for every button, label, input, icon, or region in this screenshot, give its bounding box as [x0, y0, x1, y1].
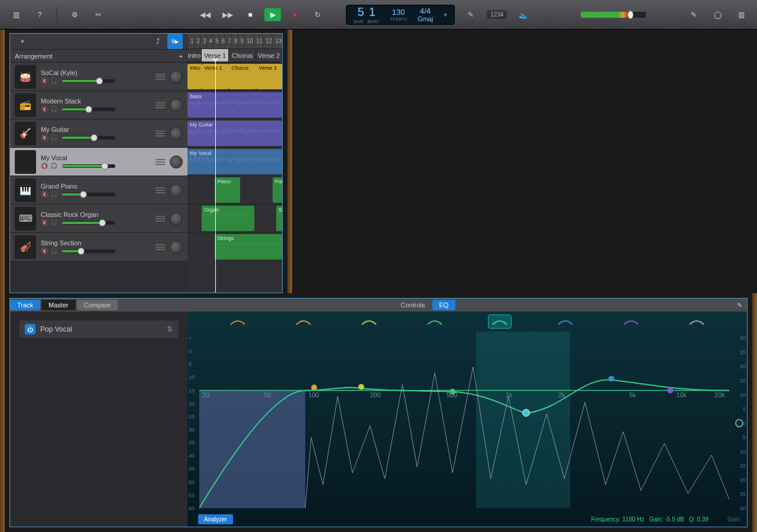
metronome-button[interactable]: 👟: [515, 7, 530, 22]
headphones-icon[interactable]: 🎧: [50, 163, 57, 169]
track-lane[interactable]: OrganSynths: [187, 204, 282, 232]
settings-gear-icon[interactable]: ⚙: [67, 7, 82, 22]
mute-icon[interactable]: 🔇: [41, 248, 48, 254]
region[interactable]: Synths: [276, 206, 282, 231]
region[interactable]: Chorus: [229, 64, 256, 89]
track-volume-slider[interactable]: [62, 193, 115, 196]
headphones-icon[interactable]: 🎧: [50, 219, 57, 226]
mute-icon[interactable]: 🔇: [41, 106, 48, 112]
track-pan-knob[interactable]: [170, 241, 183, 254]
track-lane[interactable]: IntroVerse 1ChorusVerse 2: [187, 62, 282, 90]
track-volume-slider[interactable]: [62, 136, 115, 140]
track-row[interactable]: 🥁SoCal (Kyle)🔇🎧: [10, 62, 187, 90]
tab-compare[interactable]: Compare: [77, 300, 118, 310]
edit-icon[interactable]: ✎: [732, 297, 747, 313]
eq-display[interactable]: +051015202530354045505560 30252015105051…: [187, 312, 747, 527]
headphones-icon[interactable]: 🎧: [50, 191, 57, 197]
record-button[interactable]: ●: [287, 8, 303, 21]
eq-band-button[interactable]: [357, 314, 381, 329]
timeline[interactable]: 12345678910111213 IntroVerse 1ChorusVers…: [187, 34, 282, 293]
playhead[interactable]: [215, 62, 216, 293]
track-volume-slider[interactable]: [62, 108, 115, 111]
eq-gain-handle[interactable]: [735, 419, 743, 427]
ruler-tick[interactable]: 5: [212, 34, 219, 48]
region[interactable]: Organ: [202, 206, 254, 231]
ruler-tick[interactable]: 4: [206, 34, 213, 48]
track-row[interactable]: 🎹Grand Piano🔇🎧: [10, 176, 187, 204]
eq-band-button[interactable]: [488, 314, 512, 329]
track-row[interactable]: 🎙My Vocal🔇🎧: [10, 147, 187, 176]
lcd-sig[interactable]: 4/4: [420, 7, 431, 15]
mute-icon[interactable]: 🔇: [41, 163, 48, 169]
track-row[interactable]: ⌨Classic Rock Organ🔇🎧: [10, 204, 187, 232]
stop-button[interactable]: ■: [242, 8, 258, 21]
tab-eq[interactable]: EQ: [432, 300, 456, 310]
track-pan-knob[interactable]: [170, 127, 183, 140]
region[interactable]: My Guitar: [187, 121, 282, 146]
arrangement-markers[interactable]: IntroVerse 1ChorusVerse 2: [187, 49, 282, 62]
eq-curve[interactable]: 2050100 2005001k 2k5k10k20k: [199, 332, 729, 508]
track-pan-knob[interactable]: [170, 212, 183, 225]
track-volume-slider[interactable]: [62, 164, 115, 168]
track-list-toggle[interactable]: ≡▸: [167, 34, 183, 49]
power-icon[interactable]: ⏻: [25, 324, 35, 335]
ruler-tick[interactable]: 6: [219, 34, 225, 48]
region[interactable]: Strings: [215, 234, 282, 259]
region[interactable]: My Vocal: [187, 149, 282, 174]
ruler-tick[interactable]: 13: [272, 34, 282, 48]
track-lane[interactable]: My Guitar: [187, 119, 282, 147]
eq-band-button[interactable]: [619, 314, 643, 329]
region[interactable]: Bass: [187, 92, 282, 118]
notepad-button[interactable]: ✎: [686, 7, 701, 22]
eq-band-button[interactable]: [554, 314, 577, 329]
arrangement-marker[interactable]: Intro: [187, 49, 202, 61]
track-pan-knob[interactable]: [170, 155, 183, 168]
loop-browser-button[interactable]: ◯: [710, 7, 725, 22]
ruler-tick[interactable]: 9: [238, 34, 244, 48]
eq-band-button[interactable]: [423, 314, 447, 329]
eq-band-button[interactable]: [685, 314, 709, 329]
count-in-button[interactable]: 1234: [487, 10, 507, 19]
track-volume-slider[interactable]: [62, 221, 115, 225]
track-row[interactable]: 🎸My Guitar🔇🎧: [10, 119, 187, 147]
track-volume-slider[interactable]: [62, 249, 115, 253]
analyzer-button[interactable]: Analyzer: [198, 514, 233, 524]
ruler-tick[interactable]: 12: [263, 34, 272, 48]
cycle-button[interactable]: ↻: [309, 8, 326, 21]
tab-controls[interactable]: Controls: [394, 300, 432, 310]
lcd-display[interactable]: 5 1 BAR BEAT 130 TEMPO 4/4 Gmaj ▾: [346, 5, 455, 25]
ruler-tick[interactable]: 7: [225, 34, 231, 48]
mute-icon[interactable]: 🔇: [41, 191, 48, 197]
headphones-icon[interactable]: 🎧: [50, 248, 57, 254]
track-row[interactable]: 📻Modern Stack🔇🎧: [10, 90, 187, 119]
library-button[interactable]: ▥: [8, 7, 24, 22]
timeline-ruler[interactable]: 12345678910111213: [187, 34, 282, 49]
track-pan-knob[interactable]: [170, 184, 183, 197]
arrangement-marker[interactable]: Verse 2: [256, 49, 282, 61]
track-volume-slider[interactable]: [62, 79, 115, 83]
tab-master[interactable]: Master: [41, 300, 76, 310]
plugin-preset-select[interactable]: ⏻ Pop Vocal ⇅: [18, 320, 179, 339]
region[interactable]: Piano: [215, 177, 240, 203]
media-browser-button[interactable]: ▥: [733, 7, 749, 22]
add-arrangement-button[interactable]: +: [179, 53, 183, 60]
region[interactable]: Intro: [187, 64, 202, 89]
scissors-icon[interactable]: ✂: [90, 7, 106, 22]
headphones-icon[interactable]: 🎧: [50, 106, 57, 112]
forward-button[interactable]: ▶▶: [219, 8, 236, 21]
ruler-tick[interactable]: 11: [253, 34, 263, 48]
help-button[interactable]: ?: [32, 7, 47, 22]
master-volume-slider[interactable]: [581, 12, 646, 18]
track-lane[interactable]: PianoPiano: [187, 176, 282, 204]
tuner-button[interactable]: ✎: [463, 7, 478, 22]
lcd-tempo[interactable]: 130: [392, 8, 405, 17]
track-row[interactable]: 🎻String Section🔇🎧: [10, 232, 187, 261]
lcd-key[interactable]: Gmaj: [418, 15, 433, 22]
region[interactable]: Piano: [273, 177, 282, 203]
region[interactable]: Verse 2: [256, 64, 282, 89]
arrangement-marker[interactable]: Chorus: [229, 49, 256, 61]
headphones-icon[interactable]: 🎧: [50, 77, 57, 84]
rewind-button[interactable]: ◀◀: [197, 8, 213, 21]
track-lane[interactable]: Bass: [187, 90, 282, 119]
ruler-tick[interactable]: 3: [200, 34, 206, 48]
